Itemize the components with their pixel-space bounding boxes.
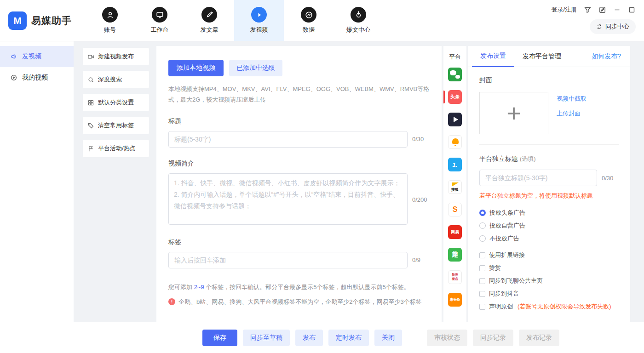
pick-from-added-button[interactable]: 已添加中选取 — [229, 60, 282, 76]
platform-item-sogou[interactable]: S — [443, 203, 466, 216]
option-checkbox-4[interactable]: 声明原创(若账号无原创权限会导致发布失败) — [479, 300, 619, 313]
nav-item-account[interactable]: 账号 — [85, 0, 135, 41]
sidebar-item-label: 我的视频 — [22, 74, 48, 82]
description-label: 视频简介 — [168, 159, 430, 168]
publish-button[interactable]: 发布 — [295, 330, 323, 346]
checkbox-control — [479, 278, 485, 284]
nav-item-label: 发文章 — [201, 26, 218, 34]
tab-platform-management[interactable]: 发布平台管理 — [514, 46, 569, 67]
nav-item-data[interactable]: 数据 — [284, 0, 334, 41]
description-textarea[interactable] — [168, 173, 408, 225]
platform-item-sina[interactable]: 新浪看点 — [443, 270, 466, 284]
publish-settings-panel: 发布设置 发布平台管理 如何发布? 封面 视频中 — [468, 46, 630, 322]
review-status-button: 审核状态 — [427, 330, 467, 346]
platform-item-huitoutiao[interactable]: 惠头条 — [443, 293, 466, 307]
app-title: 易媒助手 — [31, 14, 72, 27]
footer-actions: 保存同步至草稿发布定时发布关闭 — [202, 330, 402, 346]
feedback-edit-icon[interactable] — [598, 6, 606, 14]
platform-item-qutoutiao[interactable]: 趣 — [443, 248, 466, 262]
cover-label: 封面 — [479, 76, 619, 85]
platform-label: 头条 — [450, 94, 460, 100]
ad-radio-option-1[interactable]: 投放自营广告 — [479, 219, 619, 232]
login-register-link[interactable]: 登录/注册 — [551, 6, 577, 14]
nav-item-video[interactable]: 发视频 — [234, 0, 284, 41]
capture-from-video-link[interactable]: 视频中截取 — [557, 95, 586, 103]
platform-label: 新浪看点 — [450, 273, 460, 281]
video-publish-form: 添加本地视频 已添加中选取 本地视频支持MP4、MOV、MKV、AVI、FLV、… — [156, 46, 442, 322]
option-checkbox-2[interactable]: 同步到飞聊公共主页 — [479, 274, 619, 287]
checkbox-control — [479, 291, 485, 297]
upload-cover-link[interactable]: 上传封面 — [557, 109, 586, 118]
nav-item-label: 工作台 — [151, 26, 169, 34]
tool-new-video-button[interactable]: 新建视频发布 — [83, 48, 149, 65]
sidebar-my-videos-icon — [10, 74, 17, 81]
new-video-icon — [87, 53, 94, 60]
app-body: 发视频我的视频 新建视频发布深度搜索默认分类设置清空常用标签平台活动/热点 添加… — [0, 41, 644, 353]
footer-disabled: 审核状态同步记录发布记录 — [427, 330, 559, 346]
option-checkbox-3[interactable]: 同步到抖音 — [479, 287, 619, 300]
save-button[interactable]: 保存 — [202, 330, 237, 346]
sidebar-item-publish-video[interactable]: 发视频 — [0, 46, 74, 67]
nav-item-article[interactable]: 发文章 — [184, 0, 234, 41]
ad-radio-option-2[interactable]: 不投放广告 — [479, 232, 619, 245]
platform-item-netease[interactable]: 网易 — [443, 225, 466, 239]
tags-label: 标签 — [168, 238, 430, 246]
sync-center-label: 同步中心 — [605, 23, 629, 31]
platform-item-sohu[interactable]: 搜狐 — [443, 180, 466, 194]
option-checkbox-1[interactable]: 赞赏 — [479, 262, 619, 274]
platform-column-header: 平台 — [443, 46, 466, 68]
ad-radio-option-0[interactable]: 投放头条广告 — [479, 206, 619, 219]
funnel-icon[interactable] — [584, 6, 592, 14]
platform-item-wechat[interactable] — [443, 68, 466, 81]
platform-qq-icon — [448, 135, 462, 149]
radio-control — [479, 235, 486, 242]
tags-hint-range: 2~9 — [194, 284, 204, 290]
nav-item-label: 发视频 — [250, 26, 268, 34]
warning-icon — [168, 298, 175, 305]
tool-activities-button[interactable]: 平台活动/热点 — [83, 140, 149, 157]
minimize-icon[interactable] — [613, 6, 621, 14]
platform-sina-icon: 新浪看点 — [448, 270, 462, 284]
sidebar-item-my-videos[interactable]: 我的视频 — [0, 67, 74, 88]
maximize-icon[interactable] — [628, 6, 636, 14]
activities-icon — [87, 145, 94, 152]
checkbox-label: 使用扩展链接 — [489, 251, 525, 259]
tool-default-category-button[interactable]: 默认分类设置 — [83, 94, 149, 111]
tool-deep-search-button[interactable]: 深度搜索 — [83, 71, 149, 88]
nav-item-hot[interactable]: 爆文中心 — [334, 0, 383, 41]
tool-clear-tags-button[interactable]: 清空常用标签 — [83, 117, 149, 134]
sync-to-draft-button[interactable]: 同步至草稿 — [243, 330, 290, 346]
platform-item-toutiao[interactable]: 头条 — [443, 90, 466, 104]
article-icon — [201, 7, 217, 23]
independent-title-input[interactable] — [479, 170, 597, 186]
independent-title-counter: 0/30 — [602, 175, 619, 182]
sync-center-button[interactable]: 同步中心 — [590, 19, 636, 34]
independent-title-hint: 若平台独立标题为空，将使用视频默认标题 — [479, 192, 619, 200]
tags-hint: 您可添加 2~9 个标签，按回车确认。部分平台最多显示5个标签，超出默认显示前5… — [168, 283, 430, 291]
title-input[interactable] — [168, 131, 408, 148]
cover-upload-box[interactable] — [479, 92, 548, 134]
platform-item-qq[interactable] — [443, 135, 466, 149]
nav-item-workbench[interactable]: 工作台 — [135, 0, 184, 41]
add-local-video-button[interactable]: 添加本地视频 — [168, 60, 224, 76]
close-button[interactable]: 关闭 — [374, 330, 402, 346]
platform-item-dark[interactable] — [443, 113, 466, 126]
nav-item-label: 账号 — [104, 26, 116, 34]
tab-publish-settings[interactable]: 发布设置 — [472, 46, 514, 67]
platform-sogou-icon: S — [448, 203, 462, 216]
schedule-publish-button[interactable]: 定时发布 — [328, 330, 369, 346]
platform-item-yidian[interactable]: 1. — [443, 158, 466, 171]
checkbox-control — [479, 265, 485, 271]
option-checkbox-0[interactable]: 使用扩展链接 — [479, 249, 619, 262]
description-input-row: 1. 抖音、快手、微视、微信视频号、小红书、皮皮虾以视频简介作为文字展示； 2.… — [168, 173, 430, 226]
tool-button-label: 平台活动/热点 — [98, 144, 136, 153]
tags-warning-row: 企鹅、b站、网易、搜狗、大风平台视频标签不能为空，企鹅至少2个标签，网易至少3个… — [168, 298, 430, 306]
option-check-group: 使用扩展链接赞赏同步到飞聊公共主页同步到抖音声明原创(若账号无原创权限会导致发布… — [479, 249, 619, 313]
tags-input[interactable] — [168, 252, 408, 268]
description-counter: 0/200 — [412, 196, 430, 203]
platform-label: 趣 — [452, 251, 458, 259]
how-to-publish-link[interactable]: 如何发布? — [592, 46, 630, 67]
app-logo-area: M 易媒助手 — [0, 0, 85, 41]
nav-item-label: 数据 — [303, 26, 315, 34]
independent-title-optional: (选填) — [520, 155, 536, 162]
